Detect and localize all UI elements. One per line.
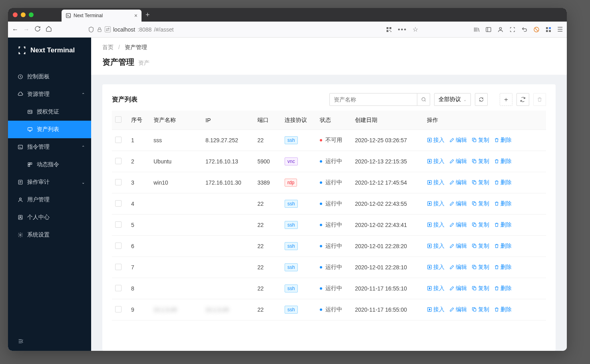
table-row: 8 22ssh运行中2020-11-17 16:55:10接入编辑复制删除 bbox=[112, 278, 546, 299]
action-connect[interactable]: 接入 bbox=[427, 221, 444, 229]
cell-status: 运行中 bbox=[317, 299, 352, 320]
row-checkbox[interactable] bbox=[115, 221, 122, 228]
cell-status: 运行中 bbox=[317, 172, 352, 193]
action-copy[interactable]: 复制 bbox=[472, 221, 489, 229]
refresh-button[interactable] bbox=[475, 93, 488, 106]
row-checkbox[interactable] bbox=[115, 179, 122, 185]
row-checkbox[interactable] bbox=[115, 306, 122, 312]
window-maximize-button[interactable] bbox=[29, 12, 34, 17]
sync-button[interactable] bbox=[516, 93, 529, 106]
svg-rect-12 bbox=[546, 30, 548, 32]
add-button[interactable]: ＋ bbox=[500, 93, 512, 106]
window-close-button[interactable] bbox=[13, 12, 18, 17]
action-delete[interactable]: 删除 bbox=[494, 158, 512, 165]
sync-icon bbox=[520, 97, 526, 102]
action-delete[interactable]: 删除 bbox=[494, 264, 512, 271]
action-copy[interactable]: 复制 bbox=[472, 158, 489, 165]
action-connect[interactable]: 接入 bbox=[427, 306, 444, 313]
new-tab-button[interactable]: + bbox=[146, 11, 150, 19]
screenshot-icon[interactable] bbox=[509, 26, 516, 33]
sidebar-item-dynamic-command[interactable]: 动态指令 bbox=[8, 156, 91, 173]
row-checkbox[interactable] bbox=[115, 158, 122, 164]
library-icon[interactable] bbox=[473, 26, 480, 33]
page-subtitle: 资产 bbox=[138, 60, 149, 67]
adblock-icon[interactable] bbox=[533, 26, 540, 33]
sidebar-item-user[interactable]: 用户管理 bbox=[8, 191, 91, 209]
action-delete[interactable]: 删除 bbox=[494, 179, 512, 186]
action-edit[interactable]: 编辑 bbox=[449, 285, 467, 292]
action-connect[interactable]: 接入 bbox=[427, 179, 444, 186]
action-edit[interactable]: 编辑 bbox=[449, 179, 467, 186]
cell-port: 22 bbox=[254, 257, 281, 278]
row-checkbox[interactable] bbox=[115, 285, 122, 291]
tab-close-button[interactable]: × bbox=[134, 12, 138, 19]
reload-button[interactable] bbox=[34, 26, 41, 34]
action-edit[interactable]: 编辑 bbox=[449, 306, 467, 313]
account-icon[interactable] bbox=[497, 26, 504, 33]
svg-point-27 bbox=[422, 97, 425, 101]
search-button[interactable] bbox=[417, 93, 430, 106]
search-input[interactable] bbox=[329, 93, 417, 106]
delete-button[interactable] bbox=[533, 93, 546, 106]
action-delete[interactable]: 删除 bbox=[494, 137, 512, 144]
action-delete[interactable]: 删除 bbox=[494, 306, 512, 313]
action-edit[interactable]: 编辑 bbox=[449, 158, 467, 165]
browser-tab[interactable]: Next Terminal × bbox=[62, 10, 142, 22]
action-connect[interactable]: 接入 bbox=[427, 200, 444, 207]
page-actions-button[interactable]: ••• bbox=[398, 26, 407, 33]
action-connect[interactable]: 接入 bbox=[427, 158, 444, 165]
row-checkbox[interactable] bbox=[115, 200, 122, 207]
row-checkbox[interactable] bbox=[115, 264, 122, 270]
action-copy[interactable]: 复制 bbox=[472, 200, 489, 207]
qr-icon[interactable] bbox=[386, 26, 392, 33]
action-copy[interactable]: 复制 bbox=[472, 179, 489, 186]
action-connect[interactable]: 接入 bbox=[427, 264, 444, 271]
action-edit[interactable]: 编辑 bbox=[449, 264, 467, 271]
sidebar-collapse-button[interactable] bbox=[8, 333, 91, 351]
trash-icon bbox=[494, 137, 499, 143]
row-checkbox[interactable] bbox=[115, 243, 122, 249]
sidebar-item-resource[interactable]: 资源管理 ⌃ bbox=[8, 86, 91, 103]
menu-button[interactable]: ☰ bbox=[557, 26, 563, 33]
window-minimize-button[interactable] bbox=[21, 12, 26, 17]
forward-button[interactable]: → bbox=[23, 26, 30, 33]
url-bar[interactable]: ⇄ localhost:8088/#/asset bbox=[88, 26, 382, 33]
action-connect[interactable]: 接入 bbox=[427, 137, 444, 144]
sidebar-toggle-icon[interactable] bbox=[485, 26, 492, 33]
sidebar-item-command[interactable]: 指令管理 ⌃ bbox=[8, 138, 91, 156]
extensions-icon[interactable] bbox=[545, 26, 552, 33]
undo-icon[interactable] bbox=[521, 26, 528, 33]
action-delete[interactable]: 删除 bbox=[494, 200, 512, 207]
sidebar-item-credential[interactable]: 授权凭证 bbox=[8, 103, 91, 121]
action-edit[interactable]: 编辑 bbox=[449, 243, 467, 250]
action-connect[interactable]: 接入 bbox=[427, 285, 444, 292]
action-delete[interactable]: 删除 bbox=[494, 285, 512, 292]
protocol-select[interactable]: 全部协议 ⌄ bbox=[434, 93, 471, 106]
action-copy[interactable]: 复制 bbox=[472, 137, 489, 144]
action-connect[interactable]: 接入 bbox=[427, 243, 444, 250]
edit-icon bbox=[449, 243, 454, 249]
bookmark-button[interactable]: ☆ bbox=[413, 26, 418, 33]
action-copy[interactable]: 复制 bbox=[472, 285, 489, 292]
breadcrumb-home[interactable]: 首页 bbox=[102, 44, 114, 50]
action-copy[interactable]: 复制 bbox=[472, 306, 489, 313]
sidebar-item-audit[interactable]: 操作审计 ⌄ bbox=[8, 173, 91, 191]
sidebar-item-settings[interactable]: 系统设置 bbox=[8, 226, 91, 244]
sidebar-item-dashboard[interactable]: 控制面板 bbox=[8, 68, 91, 86]
sidebar-item-profile[interactable]: 个人中心 bbox=[8, 209, 91, 226]
select-all-checkbox[interactable] bbox=[115, 116, 122, 123]
back-button[interactable]: ← bbox=[12, 26, 18, 33]
action-copy[interactable]: 复制 bbox=[472, 264, 489, 271]
action-edit[interactable]: 编辑 bbox=[449, 137, 467, 144]
cell-ip: 172.16.10.13 bbox=[202, 151, 254, 172]
row-checkbox[interactable] bbox=[115, 137, 122, 143]
action-edit[interactable]: 编辑 bbox=[449, 221, 467, 229]
action-edit[interactable]: 编辑 bbox=[449, 200, 467, 207]
action-delete[interactable]: 删除 bbox=[494, 221, 512, 229]
edit-icon bbox=[449, 201, 454, 206]
cell-actions: 接入编辑复制删除 bbox=[424, 215, 546, 236]
action-copy[interactable]: 复制 bbox=[472, 243, 489, 250]
home-button[interactable] bbox=[46, 26, 52, 34]
sidebar-item-asset[interactable]: 资产列表 bbox=[8, 121, 91, 138]
action-delete[interactable]: 删除 bbox=[494, 243, 512, 250]
